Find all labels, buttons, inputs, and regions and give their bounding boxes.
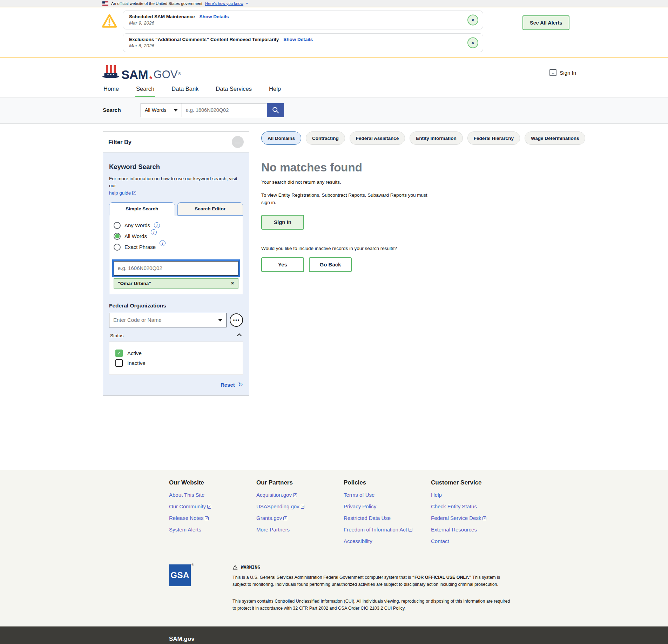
caret-down-icon <box>174 109 178 114</box>
yes-button[interactable]: Yes <box>261 257 304 272</box>
domain-filter-pills: All Domains Contracting Federal Assistan… <box>261 131 640 145</box>
footer-col-our-website: Our Website About This Site Our Communit… <box>169 479 256 550</box>
keyword-info-span: For more information on how to use our k… <box>109 176 237 188</box>
brand-gov-text: GOV <box>154 69 178 81</box>
active-label: Active <box>127 350 142 356</box>
pill-federal-hierarchy[interactable]: Federal Hierarchy <box>467 131 520 145</box>
footer-link-release-notes[interactable]: Release Notes↗ <box>169 515 256 521</box>
footer-link-about-this-site[interactable]: About This Site <box>169 492 256 498</box>
footer-link-label: Freedom of Information Act <box>344 527 407 533</box>
filter-by-title: Filter By <box>108 139 131 145</box>
footer-link-restricted-data-use[interactable]: Restricted Data Use <box>344 515 431 521</box>
see-all-alerts-button[interactable]: See All Alerts <box>522 15 569 30</box>
external-link-icon: ↗ <box>132 191 136 195</box>
keyword-input[interactable] <box>114 261 238 276</box>
footer-col-title: Customer Service <box>431 479 518 486</box>
footer-link-terms-of-use[interactable]: Terms of Use <box>344 492 431 498</box>
footer-link-our-community[interactable]: Our Community↗ <box>169 503 256 509</box>
tab-search-editor[interactable]: Search Editor <box>177 202 243 216</box>
footer-link-label: Our Community <box>169 503 206 509</box>
external-link-icon: ↗ <box>483 516 486 520</box>
footer-link-acquisition-gov[interactable]: Acquisition.gov↗ <box>256 492 344 498</box>
close-alert-button[interactable]: ✕ <box>467 15 478 26</box>
external-link-icon: ↗ <box>293 493 297 497</box>
site-footer: Our Website About This Site Our Communit… <box>0 470 668 626</box>
footer-link-privacy-policy[interactable]: Privacy Policy <box>344 503 431 509</box>
exact-phrase-radio[interactable] <box>114 244 121 251</box>
radio-row-exact-phrase: Exact Phrase i <box>114 244 238 251</box>
footer-link-label: Terms of Use <box>344 492 375 498</box>
footer-link-grants-gov[interactable]: Grants.gov↗ <box>256 515 344 521</box>
pill-contracting[interactable]: Contracting <box>306 131 345 145</box>
search-submit-button[interactable] <box>267 103 284 117</box>
any-words-radio[interactable] <box>114 222 121 229</box>
nav-item-search[interactable]: Search <box>135 84 155 97</box>
show-details-link[interactable]: Show Details <box>283 37 313 42</box>
footer-link-system-alerts[interactable]: System Alerts <box>169 527 256 533</box>
alert-exclusions: Exclusions “Additional Comments” Content… <box>123 33 483 52</box>
brand-sam-text: SAM <box>121 68 148 81</box>
footer-link-accessibility[interactable]: Accessibility <box>344 538 431 544</box>
nav-item-home[interactable]: Home <box>103 84 120 97</box>
collapse-filter-button[interactable]: — <box>232 136 244 148</box>
no-matches-heading: No matches found <box>261 161 640 174</box>
footer-link-label: Privacy Policy <box>344 503 376 509</box>
radio-row-all-words: All Words i <box>114 233 238 240</box>
more-options-button[interactable]: ●●● <box>230 313 243 327</box>
pill-federal-assistance[interactable]: Federal Assistance <box>350 131 405 145</box>
footer-link-check-entity-status[interactable]: Check Entity Status <box>431 503 518 509</box>
active-checkbox[interactable]: ✓ <box>115 350 123 357</box>
show-details-link[interactable]: Show Details <box>200 14 229 19</box>
close-alert-button[interactable]: ✕ <box>467 38 478 48</box>
pill-entity-information[interactable]: Entity Information <box>410 131 463 145</box>
remove-chip-icon[interactable]: ✕ <box>231 281 234 286</box>
status-label: Status <box>110 333 123 338</box>
footer-link-label: External Resources <box>431 527 477 533</box>
alert-list: Scheduled SAM Maintenance Show Details M… <box>123 11 483 52</box>
external-link-icon: ↗ <box>205 516 209 520</box>
external-link-icon: ↗ <box>409 528 412 532</box>
footer-site-name: SAM.gov <box>169 636 668 643</box>
site-header: SAM ★ GOV ® ← Sign In <box>0 58 668 84</box>
help-guide-link[interactable]: help guide↗ <box>109 190 136 196</box>
federal-orgs-input[interactable] <box>109 313 227 327</box>
footer-link-federal-service-desk[interactable]: Federal Service Desk↗ <box>431 515 518 521</box>
sam-gov-logo[interactable]: SAM ★ GOV ® <box>102 65 181 81</box>
alert-maintenance: Scheduled SAM Maintenance Show Details M… <box>123 11 483 29</box>
how-you-know-link[interactable]: Here’s how you know <box>205 1 243 6</box>
footer-link-label: About This Site <box>169 492 204 498</box>
go-back-button[interactable]: Go Back <box>309 257 352 272</box>
nav-item-help[interactable]: Help <box>268 84 282 97</box>
pill-all-domains[interactable]: All Domains <box>261 131 301 145</box>
status-row-inactive: Inactive <box>115 359 237 367</box>
footer-link-external-resources[interactable]: External Resources <box>431 527 518 533</box>
status-row-active: ✓ Active <box>115 350 237 357</box>
sign-in-button[interactable]: Sign In <box>261 215 304 230</box>
inactive-checkbox[interactable] <box>115 359 123 367</box>
search-input[interactable] <box>182 103 267 117</box>
keyword-tabs: Simple Search Search Editor <box>109 202 243 216</box>
all-words-radio[interactable] <box>114 233 121 240</box>
footer-link-label: Restricted Data Use <box>344 515 391 521</box>
footer-link-help[interactable]: Help <box>431 492 518 498</box>
pill-wage-determinations[interactable]: Wage Determinations <box>525 131 586 145</box>
nav-item-data-services[interactable]: Data Services <box>215 84 252 97</box>
footer-link-more-partners[interactable]: More Partners <box>256 527 344 533</box>
chevron-up-icon[interactable] <box>237 333 242 338</box>
search-mode-select[interactable]: All Words <box>141 103 182 117</box>
footer-link-label: USASpending.gov <box>256 503 299 509</box>
reset-link[interactable]: Reset <box>221 382 235 388</box>
info-icon[interactable]: i <box>151 229 157 235</box>
refresh-icon[interactable]: ↻ <box>238 381 243 388</box>
results-area: All Domains Contracting Federal Assistan… <box>261 131 640 272</box>
footer-link-usaspending-gov[interactable]: USASpending.gov↗ <box>256 503 344 509</box>
info-icon[interactable]: i <box>160 240 166 246</box>
sign-in-link-top[interactable]: ← Sign In <box>549 69 576 76</box>
nav-item-data-bank[interactable]: Data Bank <box>171 84 199 97</box>
tab-simple-search[interactable]: Simple Search <box>109 202 175 216</box>
info-icon[interactable]: i <box>154 222 160 228</box>
sam-gov-page: An official website of the United States… <box>0 0 668 644</box>
help-guide-label: help guide <box>109 190 131 196</box>
footer-link-foia[interactable]: Freedom of Information Act↗ <box>344 527 431 533</box>
footer-link-contact[interactable]: Contact <box>431 538 518 544</box>
